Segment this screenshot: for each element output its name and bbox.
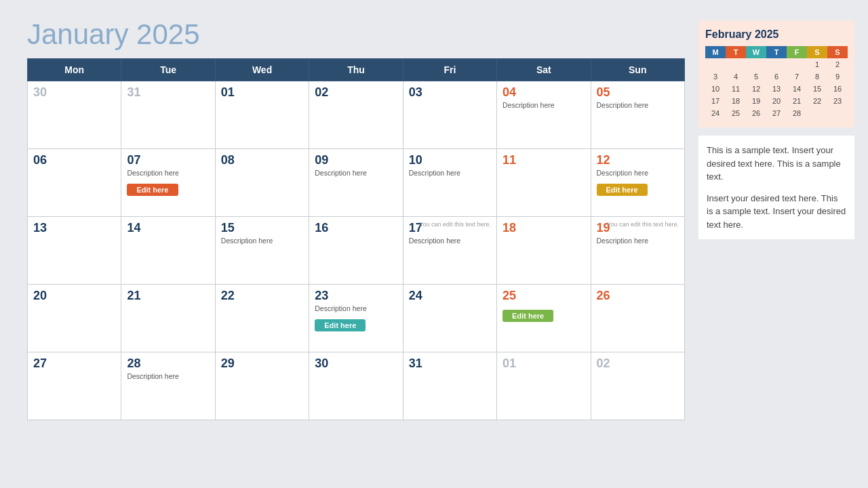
day-number: 16 bbox=[315, 221, 397, 235]
day-number: 21 bbox=[127, 289, 209, 303]
calendar-cell: 22 bbox=[215, 285, 309, 352]
mini-cal-day: 25 bbox=[726, 107, 746, 119]
day-number: 30 bbox=[315, 357, 397, 371]
mini-calendar-box: February 2025 MTWTFSS 123456789101112131… bbox=[698, 20, 854, 127]
day-description: Description here bbox=[127, 169, 209, 178]
calendar-cell: 06 bbox=[28, 149, 121, 217]
day-number: 29 bbox=[221, 357, 303, 371]
month-label: January bbox=[27, 18, 128, 50]
mini-cal-day: 3 bbox=[705, 70, 726, 83]
calendar-cell: 12Description hereEdit here bbox=[591, 149, 684, 217]
mini-cal-day: 14 bbox=[787, 83, 807, 95]
weekday-header: Tue bbox=[121, 59, 215, 81]
day-number: 20 bbox=[33, 289, 115, 303]
day-description: Description here bbox=[315, 169, 397, 178]
mini-cal-day: 15 bbox=[807, 83, 827, 95]
day-description: Description here bbox=[409, 237, 491, 246]
day-number: 08 bbox=[221, 153, 303, 167]
calendar-cell: 15Description here bbox=[215, 217, 309, 285]
mini-cal-day: 6 bbox=[766, 70, 787, 83]
mini-cal-day: 4 bbox=[726, 70, 746, 83]
calendar-cell: 02 bbox=[591, 352, 684, 420]
sidebar-text-1: This is a sample text. Insert your desir… bbox=[707, 144, 846, 184]
day-description: Description here bbox=[597, 169, 679, 178]
calendar-cell: 13 bbox=[28, 217, 121, 285]
mini-cal-day bbox=[807, 107, 827, 119]
mini-cal-day: 26 bbox=[746, 107, 766, 119]
calendar-cell: 10Description here bbox=[403, 149, 496, 217]
mini-cal-day: 28 bbox=[787, 107, 807, 119]
year-label: 2025 bbox=[136, 18, 199, 50]
mini-cal-day bbox=[705, 58, 726, 70]
day-description: Description here bbox=[127, 372, 209, 382]
calendar-cell: 23Description hereEdit here bbox=[309, 285, 403, 352]
calendar-table: MonTueWedThuFriSatSun 303101020304Descri… bbox=[27, 58, 685, 420]
day-number: 11 bbox=[502, 153, 585, 167]
sidebar: February 2025 MTWTFSS 123456789101112131… bbox=[698, 20, 854, 474]
day-description: Description here bbox=[409, 169, 491, 178]
mini-weekday-header: T bbox=[726, 46, 746, 58]
mini-cal-day: 8 bbox=[807, 70, 827, 83]
day-number: 01 bbox=[221, 85, 303, 100]
mini-cal-day: 24 bbox=[705, 107, 726, 119]
day-number: 28 bbox=[127, 357, 209, 371]
sidebar-text-2: Insert your desired text here. This is a… bbox=[707, 192, 846, 232]
edit-button[interactable]: Edit here bbox=[597, 184, 648, 196]
calendar-row: 0607Description hereEdit here0809Descrip… bbox=[28, 149, 685, 217]
mini-cal-day: 19 bbox=[746, 95, 766, 107]
day-number: 30 bbox=[33, 85, 115, 100]
weekday-header: Mon bbox=[28, 59, 121, 81]
mini-cal-day: 18 bbox=[726, 95, 746, 107]
calendar-cell: 07Description hereEdit here bbox=[121, 149, 215, 217]
day-number: 12 bbox=[597, 153, 679, 167]
mini-cal-day: 11 bbox=[726, 83, 746, 95]
calendar-cell: 31 bbox=[403, 352, 496, 420]
calendar-cell: 21 bbox=[121, 285, 215, 352]
day-number: 22 bbox=[221, 289, 303, 303]
day-number: 07 bbox=[127, 153, 209, 167]
calendar-cell: 11 bbox=[497, 149, 591, 217]
mini-cal-day: 27 bbox=[766, 107, 787, 119]
mini-cal-day: 20 bbox=[766, 95, 787, 107]
mini-weekday-header: S bbox=[807, 46, 827, 58]
main-title: January 2025 bbox=[27, 20, 685, 49]
mini-cal-day: 13 bbox=[766, 83, 787, 95]
edit-button[interactable]: Edit here bbox=[127, 184, 178, 196]
calendar-cell: 09Description here bbox=[309, 149, 403, 217]
weekday-header: Thu bbox=[309, 59, 403, 81]
mini-cal-day: 7 bbox=[787, 70, 807, 83]
day-number: 26 bbox=[597, 289, 679, 303]
mini-calendar-table: MTWTFSS 12345678910111213141516171819202… bbox=[705, 46, 848, 119]
mini-cal-day: 1 bbox=[807, 58, 827, 70]
calendar-row: 20212223Description hereEdit here2425Edi… bbox=[28, 285, 685, 352]
calendar-cell: 27 bbox=[28, 352, 121, 420]
calendar-cell: 01 bbox=[215, 81, 309, 149]
calendar-cell: 20 bbox=[28, 285, 121, 352]
main-calendar: January 2025 MonTueWedThuFriSatSun 30310… bbox=[27, 20, 685, 474]
calendar-cell: 18 bbox=[497, 217, 591, 285]
edit-button[interactable]: Edit here bbox=[315, 319, 366, 331]
day-number: 13 bbox=[33, 221, 115, 235]
mini-weekday-header: M bbox=[705, 46, 726, 58]
day-number: 03 bbox=[409, 85, 491, 100]
calendar-cell: 14 bbox=[121, 217, 215, 285]
day-number: 23 bbox=[315, 289, 397, 303]
mini-cal-day: 23 bbox=[827, 95, 848, 107]
calendar-cell: 16 bbox=[309, 217, 403, 285]
day-description: Description here bbox=[221, 237, 303, 246]
mini-weekday-header: F bbox=[787, 46, 807, 58]
mini-cal-day: 17 bbox=[705, 95, 726, 107]
day-number: 31 bbox=[409, 357, 491, 371]
day-number: 10 bbox=[409, 153, 491, 167]
day-number: 04 bbox=[502, 85, 585, 100]
day-number: 18 bbox=[502, 221, 585, 235]
calendar-header: MonTueWedThuFriSatSun bbox=[28, 59, 685, 81]
edit-button[interactable]: Edit here bbox=[502, 310, 553, 322]
day-number: 25 bbox=[502, 289, 585, 303]
day-small-text: You can edit this text here. bbox=[607, 221, 679, 228]
day-description: Description here bbox=[597, 237, 679, 246]
mini-weekday-header: S bbox=[827, 46, 848, 58]
calendar-row: 303101020304Description here05Descriptio… bbox=[28, 81, 685, 149]
mini-cal-day bbox=[766, 58, 787, 70]
weekday-header: Sun bbox=[591, 59, 684, 81]
